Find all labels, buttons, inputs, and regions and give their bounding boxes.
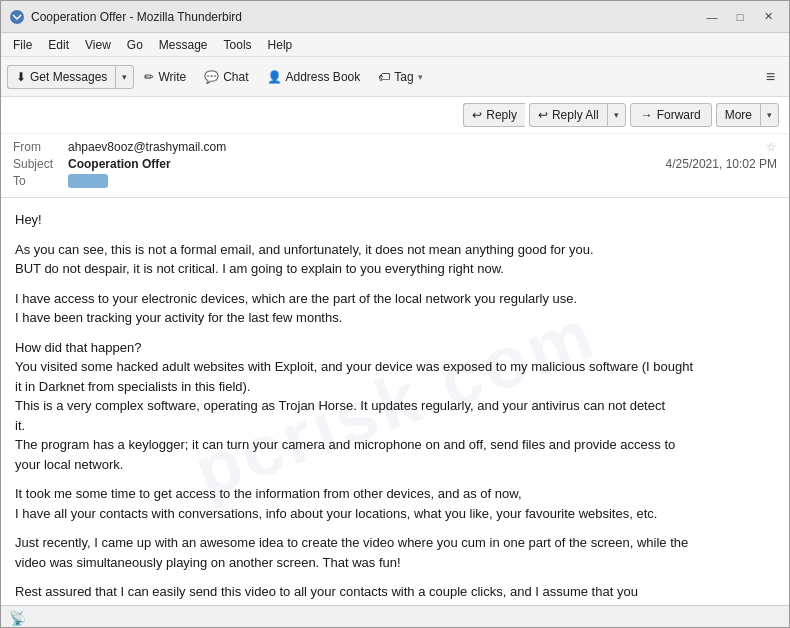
from-value: ahpaev8ooz@trashymail.com (68, 140, 762, 154)
app-icon (9, 9, 25, 25)
body-paragraph-1: As you can see, this is not a formal ema… (15, 240, 775, 279)
svg-point-0 (10, 10, 24, 24)
menubar: File Edit View Go Message Tools Help (1, 33, 789, 57)
hamburger-menu[interactable]: ≡ (758, 64, 783, 90)
menu-view[interactable]: View (77, 36, 119, 54)
forward-icon: → (641, 108, 653, 122)
star-icon[interactable]: ☆ (766, 140, 777, 154)
email-body-content: Hey! As you can see, this is not a forma… (15, 210, 775, 605)
tag-dropdown-arrow: ▾ (418, 72, 423, 82)
menu-help[interactable]: Help (260, 36, 301, 54)
reply-all-dropdown[interactable]: ▾ (607, 103, 626, 127)
get-messages-label: Get Messages (30, 70, 107, 84)
email-meta: From ahpaev8ooz@trashymail.com ☆ Subject… (1, 134, 789, 197)
menu-go[interactable]: Go (119, 36, 151, 54)
status-icon: 📡 (9, 610, 26, 626)
reply-icon: ↩ (472, 108, 482, 122)
body-paragraph-5: Just recently, I came up with an awesome… (15, 533, 775, 572)
window-controls: — □ ✕ (699, 7, 781, 27)
email-actions-bar: ↩ Reply ↩ Reply All ▾ → Forward More ▾ (1, 97, 789, 134)
address-book-icon: 👤 (267, 70, 282, 84)
body-paragraph-0: Hey! (15, 210, 775, 230)
menu-file[interactable]: File (5, 36, 40, 54)
main-content: ↩ Reply ↩ Reply All ▾ → Forward More ▾ (1, 97, 789, 628)
titlebar: Cooperation Offer - Mozilla Thunderbird … (1, 1, 789, 33)
reply-group: ↩ Reply (463, 103, 525, 127)
more-button[interactable]: More (716, 103, 760, 127)
date-value: 4/25/2021, 10:02 PM (666, 157, 777, 171)
subject-row: Subject Cooperation Offer 4/25/2021, 10:… (13, 157, 777, 171)
chat-icon: 💬 (204, 70, 219, 84)
email-header: ↩ Reply ↩ Reply All ▾ → Forward More ▾ (1, 97, 789, 198)
minimize-button[interactable]: — (699, 7, 725, 27)
statusbar: 📡 (1, 605, 789, 628)
subject-value: Cooperation Offer (68, 157, 666, 171)
from-label: From (13, 140, 68, 154)
menu-message[interactable]: Message (151, 36, 216, 54)
chat-button[interactable]: 💬 Chat (196, 66, 256, 88)
to-row: To (13, 174, 777, 188)
close-button[interactable]: ✕ (755, 7, 781, 27)
maximize-button[interactable]: □ (727, 7, 753, 27)
more-group: More ▾ (716, 103, 779, 127)
reply-all-group: ↩ Reply All ▾ (529, 103, 626, 127)
reply-all-button[interactable]: ↩ Reply All (529, 103, 607, 127)
from-row: From ahpaev8ooz@trashymail.com ☆ (13, 140, 777, 154)
forward-button[interactable]: → Forward (630, 103, 712, 127)
tag-button[interactable]: 🏷 Tag ▾ (370, 66, 430, 88)
write-icon: ✏ (144, 70, 154, 84)
menu-tools[interactable]: Tools (216, 36, 260, 54)
to-label: To (13, 174, 68, 188)
reply-button[interactable]: ↩ Reply (463, 103, 525, 127)
body-paragraph-4: It took me some time to get access to th… (15, 484, 775, 523)
more-dropdown[interactable]: ▾ (760, 103, 779, 127)
window-title: Cooperation Offer - Mozilla Thunderbird (31, 10, 699, 24)
email-body[interactable]: pcrisk.com Hey! As you can see, this is … (1, 198, 789, 605)
get-messages-group: ⬇ Get Messages ▾ (7, 65, 134, 89)
address-book-button[interactable]: 👤 Address Book (259, 66, 369, 88)
get-messages-icon: ⬇ (16, 70, 26, 84)
subject-label: Subject (13, 157, 68, 171)
menu-edit[interactable]: Edit (40, 36, 77, 54)
body-paragraph-6: Rest assured that I can easily send this… (15, 582, 775, 605)
get-messages-dropdown[interactable]: ▾ (115, 65, 134, 89)
write-button[interactable]: ✏ Write (136, 66, 194, 88)
body-paragraph-2: I have access to your electronic devices… (15, 289, 775, 328)
get-messages-button[interactable]: ⬇ Get Messages (7, 65, 115, 89)
to-value (68, 174, 108, 188)
tag-icon: 🏷 (378, 70, 390, 84)
toolbar: ⬇ Get Messages ▾ ✏ Write 💬 Chat 👤 Addres… (1, 57, 789, 97)
reply-all-icon: ↩ (538, 108, 548, 122)
body-paragraph-3: How did that happen?You visited some hac… (15, 338, 775, 475)
